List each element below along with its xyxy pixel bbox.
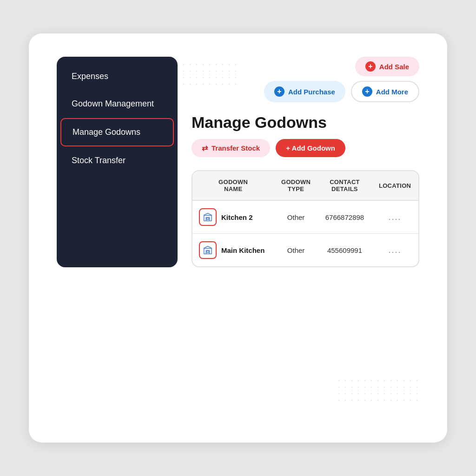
table-row: Kitchen 2 Other 6766872898 .... [192, 200, 418, 234]
godown-name-1: Kitchen 2 [221, 213, 253, 221]
svg-rect-0 [204, 215, 212, 221]
main-card: Expenses Godown Management Manage Godown… [29, 33, 447, 443]
add-more-plus-icon: + [362, 86, 372, 97]
add-purchase-button[interactable]: + Add Purchase [264, 81, 345, 102]
contact-cell-2: 455609991 [318, 234, 371, 267]
godown-building-icon-2 [199, 241, 217, 259]
right-content: + Add Sale + Add Purchase + Add More Man… [192, 57, 419, 267]
location-dots-2: .... [389, 245, 402, 255]
col-header-contact-details: CONTACTDETAILS [318, 171, 371, 200]
godown-name-cell-2: Main Kitchen [192, 234, 274, 267]
svg-rect-1 [207, 218, 209, 220]
godown-name-2: Main Kitchen [221, 246, 264, 254]
location-dots-1: .... [389, 212, 402, 222]
top-actions: + Add Sale + Add Purchase + Add More [192, 57, 419, 102]
contact-cell-1: 6766872898 [318, 200, 371, 234]
location-cell-1: .... [371, 200, 418, 234]
action-bar: ⇄ Transfer Stock + Add Godown [192, 139, 419, 157]
add-purchase-plus-icon: + [274, 86, 284, 97]
transfer-icon: ⇄ [202, 144, 208, 152]
sidebar: Expenses Godown Management Manage Godown… [57, 57, 178, 267]
sidebar-item-expenses[interactable]: Expenses [60, 63, 174, 90]
add-more-button[interactable]: + Add More [351, 81, 419, 102]
sidebar-item-godown-management[interactable]: Godown Management [60, 91, 174, 117]
godown-name-cell-1: Kitchen 2 [192, 200, 274, 234]
table-row: Main Kitchen Other 455609991 .... [192, 234, 418, 267]
btn-row: + Add Purchase + Add More [264, 81, 419, 102]
add-sale-plus-icon: + [365, 61, 376, 72]
godown-building-icon-1 [199, 208, 217, 226]
location-cell-2: .... [371, 234, 418, 267]
content-area: Expenses Godown Management Manage Godown… [57, 57, 419, 267]
page-title: Manage Godowns [192, 113, 419, 132]
godowns-table: GODOWNNAME GODOWNTYPE CONTACTDETAILS LOC… [192, 171, 418, 266]
godown-type-cell-1: Other [274, 200, 317, 234]
godowns-table-container: GODOWNNAME GODOWNTYPE CONTACTDETAILS LOC… [192, 170, 419, 267]
col-header-location: LOCATION [371, 171, 418, 200]
add-godown-button[interactable]: + Add Godown [276, 139, 345, 157]
svg-rect-3 [207, 251, 209, 253]
transfer-stock-button[interactable]: ⇄ Transfer Stock [192, 139, 270, 157]
col-header-godown-type: GODOWNTYPE [274, 171, 317, 200]
sidebar-item-stock-transfer[interactable]: Stock Transfer [60, 147, 174, 174]
add-sale-button[interactable]: + Add Sale [355, 57, 419, 76]
col-header-godown-name: GODOWNNAME [192, 171, 274, 200]
sidebar-item-manage-godowns[interactable]: Manage Godowns [60, 118, 174, 146]
decorative-dots-bottom [336, 377, 419, 405]
svg-rect-2 [204, 248, 212, 254]
table-header-row: GODOWNNAME GODOWNTYPE CONTACTDETAILS LOC… [192, 171, 418, 200]
godown-type-cell-2: Other [274, 234, 317, 267]
